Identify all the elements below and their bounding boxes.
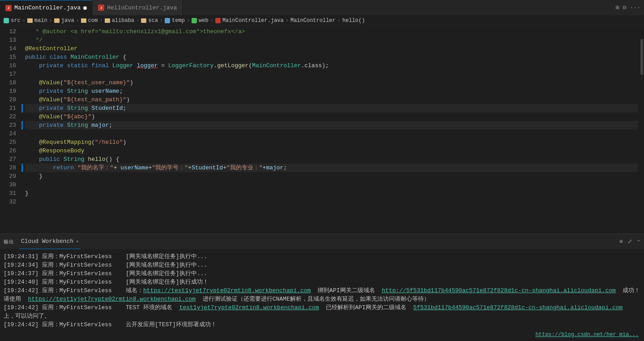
layout-icon[interactable]: ⊞ [616, 4, 619, 11]
bc-file: MainController.java [215, 17, 284, 24]
code-line-31: } [25, 189, 638, 198]
folder-icon-java [54, 18, 60, 23]
domain-link-1[interactable]: https://test1yjet7rypte02rmtin8.workbenc… [143, 287, 311, 294]
folder-icon-com [81, 18, 86, 23]
code-line-14: @RestController [25, 44, 638, 53]
panel-save-icon[interactable]: ⊕ [619, 238, 623, 245]
panel-log-content: [19:24:31] 应用：MyFirstServless [网关域名绑定任务]… [0, 250, 644, 341]
java-file-icon-2: J [98, 4, 104, 11]
panel-minimize-icon[interactable]: − [637, 238, 640, 245]
src-icon [4, 18, 9, 23]
editor-scrollbar[interactable] [638, 26, 644, 233]
bc-web: web [192, 17, 209, 24]
log-line-1: [19:24:31] 应用：MyFirstServless [网关域名绑定任务]… [4, 252, 640, 261]
bc-method: hello() [342, 17, 365, 24]
bc-main: main [27, 17, 47, 24]
tab-bar: J MainController.java J HelloController.… [0, 0, 644, 16]
domain-link-4[interactable]: test1yjet7rypte02rmtin8.workbenchapi.com [179, 304, 319, 311]
bc-temp: temp [165, 17, 185, 24]
tab-label-main: MainController.java [14, 4, 81, 11]
domain-link-5[interactable]: 5f531bd117b44590ac571e872f828d1c-cn-shan… [413, 304, 623, 311]
code-line-21: private String StudentId; [25, 104, 638, 112]
code-line-22: @Value("${abc}") [25, 112, 638, 121]
java-icon-bc [215, 18, 221, 23]
code-line-27: public String hello() { [25, 155, 638, 164]
bc-sca: sca [141, 17, 158, 24]
panel-header: 输出 Cloud Workbench ▾ ⊕ ⤢ − [0, 234, 644, 250]
code-line-19: private String userName; [25, 87, 638, 95]
output-label: 输出 [4, 238, 14, 245]
tab-hello-controller[interactable]: J HelloController.java [93, 0, 183, 15]
cloud-workbench-tab[interactable]: Cloud Workbench ▾ [19, 234, 81, 249]
bottom-panel: 输出 Cloud Workbench ▾ ⊕ ⤢ − [19:24:31] 应用… [0, 233, 644, 341]
log-line-7: [19:24:42] 应用：MyFirstServless 云开发应用[TEST… [4, 320, 640, 329]
java-file-icon: J [5, 5, 12, 11]
bc-alibaba: alibaba [105, 17, 134, 24]
tab-list: J MainController.java J HelloController.… [0, 0, 183, 15]
code-line-28: return "我的名字："+ userName+"我的学号："+Student… [25, 164, 638, 172]
chevron-down-icon[interactable]: ▾ [76, 239, 79, 244]
code-line-29: } [25, 172, 638, 181]
code-line-16: private static final Logger logger = Log… [25, 61, 638, 70]
temp-icon [165, 18, 170, 23]
split-icon[interactable]: ⊟ [623, 4, 627, 11]
more-icon[interactable]: ··· [630, 4, 640, 11]
bc-java: java [54, 17, 74, 24]
tab-main-controller[interactable]: J MainController.java [0, 0, 93, 15]
tab-bar-actions: ⊞ ⊟ ··· [616, 4, 644, 11]
log-line-2: [19:24:34] 应用：MyFirstServless [网关域名绑定任务]… [4, 261, 640, 269]
bc-class: MainController [290, 17, 336, 24]
breadcrumb: src › main › java › com › alibaba › sca … [0, 16, 644, 26]
log-line-4: [19:24:40] 应用：MyFirstServless [网关域名绑定任务]… [4, 278, 640, 286]
code-line-32 [25, 198, 638, 206]
panel-actions: ⊕ ⤢ − [619, 238, 640, 245]
scrollbar-thumb[interactable] [640, 39, 643, 75]
web-icon [192, 18, 197, 23]
code-line-25: @RequestMapping("/hello") [25, 138, 638, 147]
domain-link-2[interactable]: http://5f531bd117b44590ac571e872f828d1c-… [382, 287, 616, 294]
cloud-workbench-label: Cloud Workbench [21, 238, 73, 245]
code-line-17 [25, 70, 638, 78]
code-lines[interactable]: * @author <a href="mailto:chenxilzx1@gma… [21, 26, 638, 233]
folder-icon-sca [141, 18, 146, 23]
folder-icon-alibaba [105, 18, 110, 23]
log-line-6: [19:24:42] 应用：MyFirstServless TEST 环境的域名… [4, 303, 640, 320]
tab-modified-dot [83, 6, 87, 10]
folder-icon-main [27, 18, 33, 23]
code-line-12: * @author <a href="mailto:chenxilzx1@gma… [25, 27, 638, 36]
line-numbers: 12 13 14 15 16 17 18 19 20 21 22 23 24 2… [0, 26, 21, 233]
code-line-13: */ [25, 36, 638, 44]
code-line-15: public class MainController { [25, 53, 638, 61]
code-line-24 [25, 129, 638, 138]
code-line-20: @Value("${test_nas_path}") [25, 95, 638, 104]
bc-src: src [4, 17, 21, 24]
log-line-5: [19:24:42] 应用：MyFirstServless 域名：https:/… [4, 286, 640, 303]
domain-link-3[interactable]: https://test1yjet7rypte02rmtin8.workbenc… [28, 296, 196, 302]
tab-label-hello: HelloController.java [107, 4, 177, 11]
panel-maximize-icon[interactable]: ⤢ [627, 238, 632, 245]
editor-area: 12 13 14 15 16 17 18 19 20 21 22 23 24 2… [0, 26, 644, 233]
log-line-3: [19:24:37] 应用：MyFirstServless [网关域名绑定任务]… [4, 269, 640, 278]
code-line-30 [25, 181, 638, 189]
footer-link[interactable]: https://blog.csdn.net/her_mia... [536, 331, 639, 339]
bc-com: com [81, 17, 98, 24]
code-line-18: @Value("${test_user_name}") [25, 78, 638, 87]
code-line-26: @ResponseBody [25, 147, 638, 155]
code-container: 12 13 14 15 16 17 18 19 20 21 22 23 24 2… [0, 26, 644, 233]
code-line-23: private String major; [25, 121, 638, 129]
